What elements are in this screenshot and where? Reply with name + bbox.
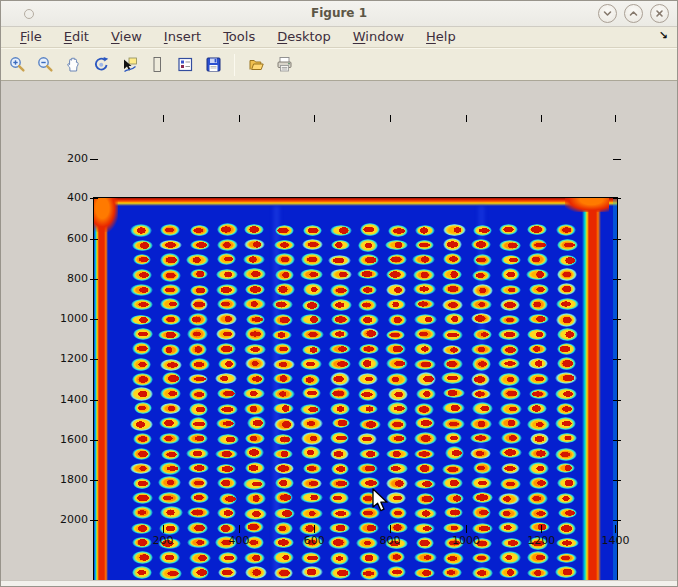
- open-file-button[interactable]: [246, 55, 266, 75]
- well-dot: [472, 402, 493, 415]
- title-bar: Figure 1: [1, 1, 677, 27]
- well-dot: [187, 537, 209, 548]
- close-button[interactable]: [650, 4, 669, 23]
- well-dot: [300, 358, 322, 370]
- well-dot: [359, 492, 378, 506]
- well-dot: [499, 224, 518, 235]
- menu-window[interactable]: Window: [342, 28, 415, 46]
- menu-file[interactable]: File: [9, 28, 53, 46]
- well-dot: [243, 478, 266, 490]
- well-dot: [300, 404, 322, 415]
- well-dot: [300, 417, 323, 430]
- x-tick-bottom: [466, 525, 467, 533]
- well-dot: [414, 479, 437, 490]
- rotate-3d-button[interactable]: [91, 55, 111, 75]
- well-dot: [414, 403, 434, 416]
- well-dot: [498, 493, 521, 505]
- well-dot: [161, 314, 181, 325]
- well-dot: [442, 283, 464, 294]
- well-dot: [500, 403, 523, 416]
- data-cursor-button[interactable]: [119, 55, 139, 75]
- well-dot: [302, 300, 321, 311]
- well-dot: [245, 492, 266, 505]
- well-dot: [303, 283, 324, 296]
- x-tick-bottom: [615, 525, 616, 533]
- insert-legend-button[interactable]: [175, 55, 195, 75]
- save-figure-button[interactable]: [203, 55, 223, 75]
- well-dot: [442, 299, 462, 311]
- menu-insert[interactable]: Insert: [153, 28, 212, 46]
- insert-colorbar-button[interactable]: [147, 55, 167, 75]
- well-dot: [441, 372, 464, 384]
- well-dot: [473, 329, 493, 341]
- pan-button[interactable]: [63, 55, 83, 75]
- well-dot: [471, 373, 490, 386]
- x-tick-top: [466, 115, 467, 122]
- edge-left: [94, 198, 108, 587]
- y-tick-left: [90, 440, 98, 441]
- well-dot: [414, 328, 436, 340]
- well-dot: [217, 239, 238, 251]
- menu-tools[interactable]: Tools: [212, 28, 266, 46]
- menu-view[interactable]: View: [100, 28, 153, 46]
- toolbar-separator: [234, 54, 235, 76]
- well-dot: [274, 522, 293, 535]
- maximize-button[interactable]: [624, 4, 643, 23]
- well-dot: [244, 224, 264, 235]
- well-dot: [498, 522, 519, 534]
- well-dot: [132, 373, 154, 386]
- well-dot: [416, 537, 435, 549]
- zoom-out-icon: [37, 56, 54, 73]
- well-dot: [244, 239, 265, 251]
- y-tick-left: [90, 239, 98, 240]
- well-dot: [471, 239, 491, 251]
- print-figure-button[interactable]: [274, 55, 294, 75]
- well-dot: [386, 299, 407, 310]
- menu-help[interactable]: Help: [415, 28, 467, 46]
- well-dot: [415, 463, 435, 474]
- well-dot: [132, 342, 151, 355]
- minimize-button[interactable]: [598, 4, 617, 23]
- well-dot: [188, 374, 207, 384]
- well-dot: [414, 314, 437, 325]
- well-dot: [186, 448, 208, 459]
- well-dot: [245, 327, 267, 340]
- y-tick-label: 1600: [46, 433, 88, 446]
- well-dot: [330, 269, 352, 281]
- well-dot: [273, 343, 292, 356]
- image-plot[interactable]: [93, 197, 618, 587]
- zoom-in-button[interactable]: [7, 55, 27, 75]
- y-tick-right: [613, 159, 621, 160]
- data-cursor-icon: [121, 56, 138, 73]
- well-dot: [472, 506, 491, 520]
- insert-legend-icon: [177, 56, 194, 73]
- well-dot: [130, 284, 153, 296]
- x-tick-label: 1200: [527, 534, 555, 547]
- zoom-out-button[interactable]: [35, 55, 55, 75]
- x-tick-label: 1000: [452, 534, 480, 547]
- well-dot: [216, 269, 239, 280]
- y-tick-left: [90, 279, 98, 280]
- menu-edit[interactable]: Edit: [53, 28, 100, 46]
- well-dot: [244, 508, 267, 520]
- menu-overflow-icon[interactable]: ↘: [659, 29, 668, 42]
- well-dot: [132, 240, 153, 251]
- well-dot: [360, 328, 379, 338]
- well-dot: [387, 566, 406, 578]
- well-dot: [388, 225, 407, 237]
- well-dot: [555, 448, 577, 461]
- menu-desktop[interactable]: Desktop: [266, 28, 342, 46]
- well-dot: [445, 446, 464, 459]
- well-dot: [470, 299, 492, 311]
- well-dot: [330, 432, 349, 445]
- well-dot: [329, 523, 350, 534]
- x-tick-bottom: [314, 525, 315, 533]
- well-dot: [189, 403, 208, 416]
- well-dot: [331, 240, 351, 250]
- well-dot: [529, 389, 549, 400]
- well-dot: [527, 373, 550, 385]
- x-icon: [654, 8, 665, 19]
- well-dot: [160, 359, 183, 371]
- well-dot: [387, 254, 407, 265]
- well-dot: [472, 492, 493, 502]
